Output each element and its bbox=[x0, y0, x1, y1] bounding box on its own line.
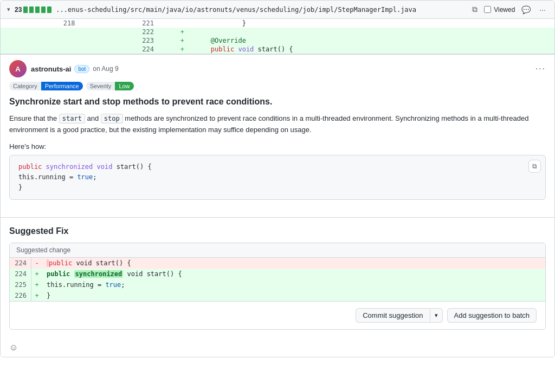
code-method: start() { bbox=[112, 163, 151, 171]
diff-add-sign: + bbox=[31, 290, 42, 301]
code-block: ⧉ public synchronized void start() { thi… bbox=[9, 155, 546, 200]
diff-table: 218 221 } 222 + 223 + @Override 224 bbox=[1, 19, 554, 54]
diff-code: @Override bbox=[206, 36, 554, 45]
diff-code bbox=[206, 28, 554, 36]
bot-badge: bot bbox=[74, 65, 89, 73]
comment-text: Ensure that the start and stop methods a… bbox=[9, 113, 546, 136]
diff-add-code-3: } bbox=[42, 290, 545, 301]
viewed-input[interactable] bbox=[484, 6, 491, 13]
add2-true: true bbox=[105, 281, 121, 289]
diff-line-num-right: 222 bbox=[79, 28, 158, 36]
diff-add-row-2: 225 + this.running = true; bbox=[10, 279, 545, 290]
diff-add-row-1: 224 + public synchronized void start() { bbox=[10, 269, 545, 279]
emoji-button[interactable]: ☺ bbox=[9, 343, 18, 352]
more-button[interactable]: ··· bbox=[537, 4, 548, 15]
copy-path-button[interactable]: ⧉ bbox=[470, 4, 480, 15]
file-header: ▾ 23 ...enus-scheduling/src/main/java/io… bbox=[1, 1, 554, 19]
code-synchronized: synchronized bbox=[46, 163, 93, 171]
diff-suggestion: 224 - public void start() { 224 + public… bbox=[10, 258, 545, 301]
code-start: start bbox=[59, 114, 85, 123]
comment-footer: ☺ bbox=[1, 338, 554, 357]
suggested-change-header: Suggested change bbox=[10, 243, 545, 258]
diff-add-code-2: this.running = true; bbox=[42, 279, 545, 290]
avatar: A bbox=[9, 60, 27, 77]
comment-button[interactable]: 💬 bbox=[519, 4, 533, 15]
change-bar-2 bbox=[29, 6, 34, 13]
viewed-checkbox[interactable]: Viewed bbox=[484, 6, 515, 14]
file-path: ...enus-scheduling/src/main/java/io/astr… bbox=[56, 6, 466, 14]
diff-line-num-left bbox=[1, 45, 79, 54]
code-close: } bbox=[18, 184, 22, 191]
diff-row: 222 + bbox=[1, 28, 554, 36]
diff-row: 218 221 } bbox=[1, 19, 554, 28]
diff-del-row: 224 - public void start() { bbox=[10, 258, 545, 269]
code-body: this.running = bbox=[18, 173, 77, 181]
diff-line-num: 225 bbox=[10, 279, 31, 290]
change-bar-1 bbox=[23, 6, 28, 13]
heres-how-label: Here's how: bbox=[9, 142, 546, 151]
add-synchronized: synchronized bbox=[74, 270, 124, 278]
commit-suggestion-arrow[interactable]: ▾ bbox=[430, 309, 442, 322]
category-badge: Category Performance bbox=[9, 82, 83, 90]
code-true: true bbox=[77, 173, 93, 181]
file-review-container: ▾ 23 ...enus-scheduling/src/main/java/io… bbox=[0, 0, 555, 357]
diff-add-sign: + bbox=[31, 279, 42, 290]
diff-add-code-1: public synchronized void start() { bbox=[42, 269, 545, 279]
severity-label: Severity bbox=[86, 82, 115, 90]
diff-line-num-left bbox=[1, 28, 79, 36]
expand-icon[interactable]: ▾ bbox=[7, 6, 10, 13]
add2-semi: ; bbox=[121, 281, 125, 289]
change-bar-4 bbox=[41, 6, 46, 13]
comment-body: Synchronize start and stop methods to pr… bbox=[1, 97, 554, 208]
code-public: public bbox=[18, 163, 42, 171]
comment-meta: astronuts-ai bot on Aug 9 bbox=[31, 65, 531, 73]
del-public: public bbox=[49, 259, 72, 267]
add-rest: void start() { bbox=[123, 270, 182, 278]
add2-this: this.running = bbox=[47, 281, 105, 289]
diff-code: } bbox=[206, 19, 554, 28]
add-to-batch-button[interactable]: Add suggestion to batch bbox=[447, 308, 537, 323]
diff-line-num: 224 bbox=[10, 269, 31, 279]
code-stop: stop bbox=[101, 114, 123, 123]
file-header-actions: ⧉ Viewed 💬 ··· bbox=[470, 4, 548, 15]
diff-line-num: 226 bbox=[10, 290, 31, 301]
comment-header: A astronuts-ai bot on Aug 9 ··· bbox=[1, 55, 554, 82]
suggestion-actions: Commit suggestion ▾ Add suggestion to ba… bbox=[10, 301, 545, 329]
diff-line-num-right: 221 bbox=[79, 19, 158, 28]
add3-close: } bbox=[47, 292, 50, 299]
severity-value: Low bbox=[115, 82, 133, 90]
category-value: Performance bbox=[41, 82, 83, 90]
diff-add-sign: + bbox=[31, 269, 42, 279]
diff-row: 223 + @Override bbox=[1, 36, 554, 45]
change-bar-5 bbox=[47, 6, 51, 13]
del-rest: void start() { bbox=[72, 259, 131, 267]
commit-suggestion-button[interactable]: Commit suggestion ▾ bbox=[356, 308, 442, 323]
commit-suggestion-main[interactable]: Commit suggestion bbox=[356, 309, 429, 322]
diff-sign: + bbox=[158, 36, 206, 45]
diff-del-sign: - bbox=[31, 258, 42, 269]
code-copy-button[interactable]: ⧉ bbox=[528, 160, 541, 173]
diff-sign: + bbox=[158, 28, 206, 36]
timestamp: on Aug 9 bbox=[93, 65, 118, 73]
suggested-fix-title: Suggested Fix bbox=[9, 226, 546, 236]
add-space bbox=[70, 270, 74, 278]
review-comment-section: A astronuts-ai bot on Aug 9 ··· Category… bbox=[1, 54, 554, 357]
author-name: astronuts-ai bbox=[31, 65, 71, 73]
change-bar-3 bbox=[35, 6, 40, 13]
diff-sign bbox=[158, 19, 206, 28]
changed-count: 23 bbox=[15, 6, 51, 14]
diff-add-row-3: 226 + } bbox=[10, 290, 545, 301]
more-options-button[interactable]: ··· bbox=[535, 64, 546, 74]
section-divider bbox=[1, 217, 554, 218]
diff-line-num-left: 218 bbox=[1, 19, 79, 28]
badge-row: Category Performance Severity Low bbox=[9, 82, 546, 90]
diff-line-num: 224 bbox=[10, 258, 31, 269]
suggested-change-box: Suggested change 224 - public void start… bbox=[9, 243, 546, 330]
suggested-fix-section: Suggested Fix Suggested change 224 - pub… bbox=[1, 226, 554, 338]
change-count-num: 23 bbox=[15, 6, 22, 14]
severity-badge: Severity Low bbox=[86, 82, 134, 90]
viewed-label: Viewed bbox=[494, 6, 515, 14]
diff-del-code: public void start() { bbox=[42, 258, 545, 269]
comment-title: Synchronize start and stop methods to pr… bbox=[9, 97, 546, 107]
diff-line-num-right: 224 bbox=[79, 45, 158, 54]
